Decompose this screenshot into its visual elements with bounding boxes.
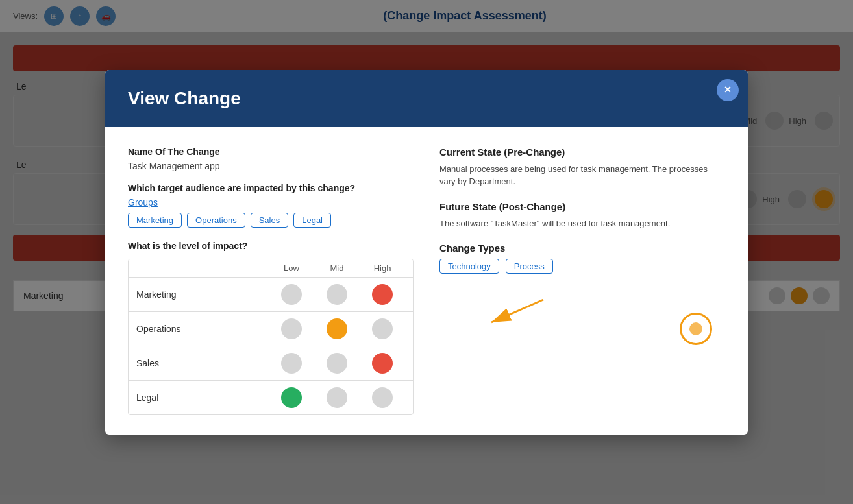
arrow-annotation-svg [439, 287, 569, 339]
impact-sales-low[interactable] [269, 353, 314, 374]
impact-sales-mid[interactable] [314, 353, 360, 374]
tag-legal[interactable]: Legal [293, 213, 331, 228]
tag-sales[interactable]: Sales [251, 213, 289, 228]
impact-legal-mid[interactable] [314, 387, 360, 408]
svg-line-1 [491, 300, 543, 322]
header-low: Low [269, 263, 314, 273]
future-state-label: Future State (Post-Change) [439, 201, 725, 212]
impact-operations-low[interactable] [269, 318, 314, 339]
tag-marketing[interactable]: Marketing [128, 213, 182, 228]
circle-annotation [680, 313, 712, 345]
header-high: High [360, 263, 405, 273]
sales-high-dot[interactable] [372, 353, 393, 374]
impact-row-legal: Legal [129, 380, 413, 414]
name-of-change-label: Name Of The Change [128, 147, 414, 157]
future-state-text: The software "TaskMaster" will be used f… [439, 217, 725, 230]
impact-legal-name: Legal [136, 392, 269, 403]
impact-legal-high[interactable] [360, 387, 405, 408]
modal-left-column: Name Of The Change Task Management app W… [128, 147, 414, 415]
impact-row-sales: Sales [129, 346, 413, 380]
groups-link[interactable]: Groups [128, 197, 414, 208]
impact-sales-high[interactable] [360, 353, 405, 374]
modal-right-column: Current State (Pre-Change) Manual proces… [439, 147, 725, 415]
operations-mid-dot[interactable] [327, 318, 347, 339]
impact-operations-mid[interactable] [314, 318, 360, 339]
header-name [136, 263, 269, 273]
impact-marketing-high[interactable] [360, 284, 405, 305]
legal-low-dot[interactable] [281, 387, 302, 408]
tag-technology[interactable]: Technology [439, 259, 499, 274]
circle-inner-dot [689, 322, 702, 335]
marketing-mid-dot[interactable] [327, 284, 347, 305]
change-types-label: Change Types [439, 243, 725, 254]
tags-row: Marketing Operations Sales Legal [128, 213, 414, 228]
target-audience-label: Which target audience are impacted by th… [128, 183, 414, 193]
header-mid: Mid [314, 263, 360, 273]
tag-operations[interactable]: Operations [187, 213, 245, 228]
impact-table-header: Low Mid High [129, 259, 413, 277]
modal-close-button[interactable]: × [717, 79, 739, 101]
impact-marketing-mid[interactable] [314, 284, 360, 305]
legal-high-dot[interactable] [372, 387, 393, 408]
impact-table: Low Mid High Marketing [128, 259, 414, 415]
operations-low-dot[interactable] [281, 318, 302, 339]
change-types-row: Technology Process [439, 259, 725, 274]
impact-marketing-low[interactable] [269, 284, 314, 305]
impact-legal-low[interactable] [269, 387, 314, 408]
sales-mid-dot[interactable] [327, 353, 347, 374]
marketing-high-dot[interactable] [372, 284, 393, 305]
operations-high-dot[interactable] [372, 318, 393, 339]
marketing-low-dot[interactable] [281, 284, 302, 305]
current-state-text: Manual processes are being used for task… [439, 163, 725, 188]
sales-low-dot[interactable] [281, 353, 302, 374]
modal-header: View Change [105, 70, 748, 127]
impact-row-marketing: Marketing [129, 277, 413, 311]
modal-overlay: × View Change Name Of The Change Task Ma… [0, 0, 853, 504]
impact-sales-name: Sales [136, 358, 269, 368]
arrow-annotation-area [439, 287, 725, 339]
tag-process[interactable]: Process [506, 259, 553, 274]
impact-operations-high[interactable] [360, 318, 405, 339]
impact-operations-name: Operations [136, 324, 269, 334]
modal-title: View Change [128, 88, 241, 108]
modal-body: Name Of The Change Task Management app W… [105, 127, 748, 435]
impact-level-label: What is the level of impact? [128, 241, 414, 251]
impact-marketing-name: Marketing [136, 289, 269, 300]
impact-row-operations: Operations [129, 311, 413, 346]
view-change-modal: × View Change Name Of The Change Task Ma… [105, 70, 748, 435]
legal-mid-dot[interactable] [327, 387, 347, 408]
current-state-label: Current State (Pre-Change) [439, 147, 725, 158]
name-of-change-value: Task Management app [128, 161, 414, 171]
